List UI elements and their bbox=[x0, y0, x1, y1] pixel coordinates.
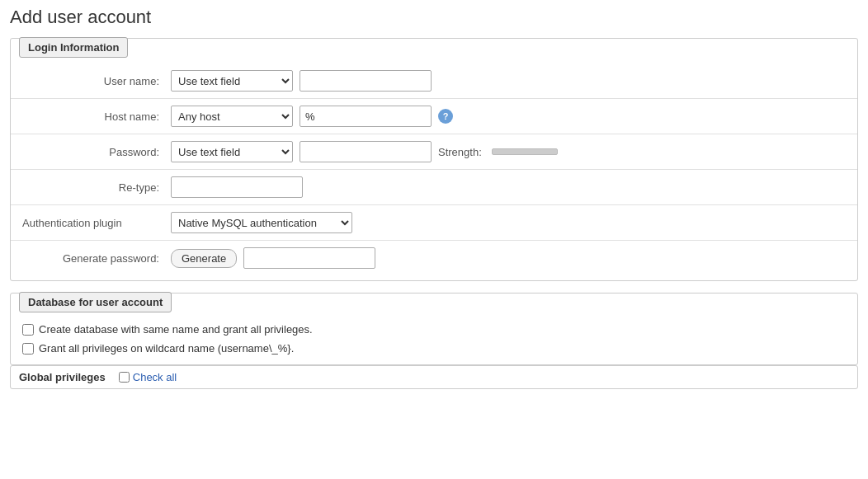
check-all-container: Check all bbox=[119, 371, 177, 383]
strength-bar bbox=[492, 148, 558, 155]
username-label: User name: bbox=[22, 75, 171, 87]
global-priv-section: Global privileges Check all bbox=[10, 365, 858, 389]
login-section-content: User name: Use text field Any user Host … bbox=[11, 59, 857, 280]
page-container: Add user account Login Information User … bbox=[0, 0, 868, 479]
generate-button[interactable]: Generate bbox=[171, 249, 237, 268]
create-db-row: Create database with same name and grant… bbox=[22, 320, 846, 339]
login-section-header: Login Information bbox=[19, 37, 128, 58]
generate-password-controls: Generate bbox=[171, 247, 846, 269]
db-section-content: Create database with same name and grant… bbox=[11, 313, 857, 364]
retype-input[interactable] bbox=[171, 176, 303, 198]
wildcard-checkbox[interactable] bbox=[22, 343, 34, 355]
check-all-link[interactable]: Check all bbox=[133, 371, 177, 383]
generate-password-row: Generate password: Generate bbox=[11, 241, 857, 275]
global-priv-header: Global privileges Check all bbox=[11, 366, 857, 388]
password-label: Password: bbox=[22, 146, 171, 158]
db-section: Database for user account Create databas… bbox=[10, 293, 858, 365]
username-row: User name: Use text field Any user bbox=[11, 63, 857, 99]
wildcard-label: Grant all privileges on wildcard name (u… bbox=[39, 342, 294, 355]
retype-label: Re-type: bbox=[22, 181, 171, 194]
generate-input[interactable] bbox=[243, 247, 375, 269]
hostname-select[interactable]: Any host Local Use text field bbox=[171, 106, 293, 127]
create-db-checkbox[interactable] bbox=[22, 324, 34, 336]
auth-plugin-label: Authentication plugin bbox=[22, 217, 171, 229]
password-row: Password: Use text field No password Str… bbox=[11, 134, 857, 170]
password-input[interactable] bbox=[300, 141, 432, 162]
auth-plugin-select[interactable]: Native MySQL authentication SHA256 passw… bbox=[171, 212, 352, 233]
generate-password-label: Generate password: bbox=[22, 252, 171, 265]
password-controls: Use text field No password Strength: bbox=[171, 141, 846, 162]
strength-label: Strength: bbox=[438, 146, 482, 158]
username-input[interactable] bbox=[300, 70, 432, 92]
global-priv-title: Global privileges bbox=[19, 371, 106, 383]
hostname-controls: Any host Local Use text field ? bbox=[171, 106, 846, 127]
hostname-input[interactable] bbox=[300, 106, 432, 127]
retype-row: Re-type: bbox=[11, 170, 857, 205]
username-select[interactable]: Use text field Any user bbox=[171, 70, 293, 92]
password-select[interactable]: Use text field No password bbox=[171, 141, 293, 162]
login-section: Login Information User name: Use text fi… bbox=[10, 38, 858, 281]
retype-controls bbox=[171, 176, 846, 198]
hostname-label: Host name: bbox=[22, 110, 171, 123]
hostname-row: Host name: Any host Local Use text field… bbox=[11, 99, 857, 134]
create-db-label: Create database with same name and grant… bbox=[39, 323, 313, 336]
wildcard-row: Grant all privileges on wildcard name (u… bbox=[22, 339, 846, 358]
check-all-checkbox[interactable] bbox=[119, 372, 130, 383]
page-title: Add user account bbox=[10, 7, 858, 28]
auth-plugin-row: Authentication plugin Native MySQL authe… bbox=[11, 205, 857, 241]
username-controls: Use text field Any user bbox=[171, 70, 846, 92]
db-section-header: Database for user account bbox=[19, 292, 172, 312]
hostname-info-icon: ? bbox=[438, 109, 453, 124]
